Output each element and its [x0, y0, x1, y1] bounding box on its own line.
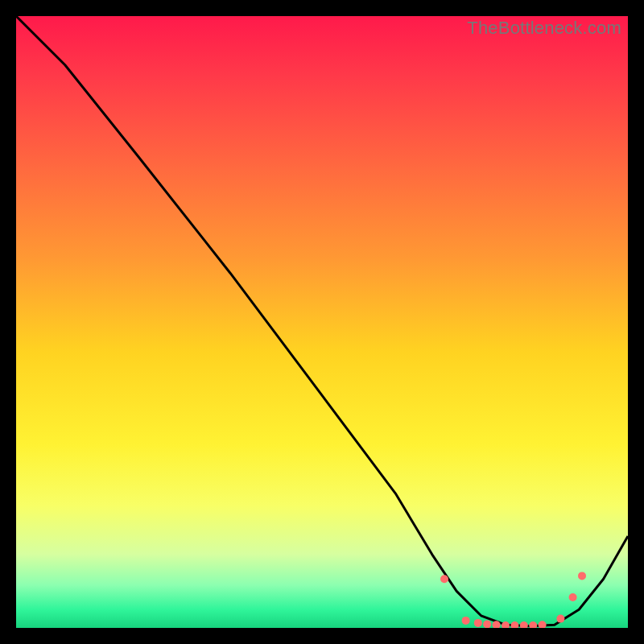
chart-canvas: [16, 16, 628, 628]
marker-dot: [556, 615, 564, 623]
marker-dot: [440, 575, 448, 583]
marker-dot: [462, 617, 470, 625]
marker-dot: [578, 572, 586, 580]
marker-dot: [474, 619, 482, 627]
watermark-text: TheBottleneck.com: [467, 18, 621, 39]
gradient-background: [16, 16, 628, 628]
chart-frame: TheBottleneck.com: [16, 16, 628, 628]
marker-dot: [569, 593, 577, 601]
marker-dot: [483, 620, 491, 628]
